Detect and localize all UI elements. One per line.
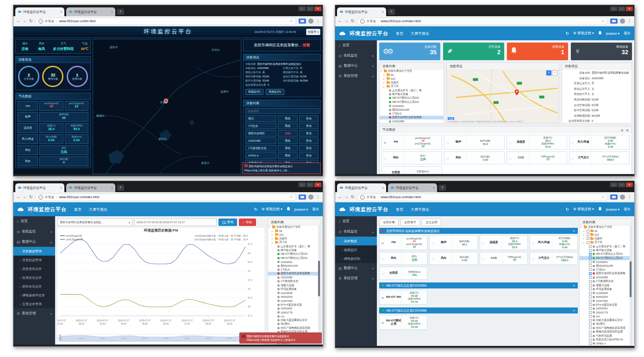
- tree-checkbox[interactable]: [589, 323, 592, 326]
- scrollbar[interactable]: [318, 225, 320, 344]
- tree-item[interactable]: 10002388: [268, 276, 320, 279]
- nav-item-home[interactable]: 首页: [396, 207, 403, 212]
- tree-item[interactable]: ▸66: [268, 229, 320, 232]
- nav-item-home[interactable]: 首页: [74, 207, 81, 212]
- help-menu[interactable]: ⚙ 帮助文档 ▾: [262, 207, 282, 212]
- map-zoom-in-button[interactable]: +: [546, 70, 551, 75]
- tree-item[interactable]: 噪声扬尘设备: [268, 248, 320, 252]
- tree-checkbox[interactable]: [589, 315, 592, 318]
- tab-close-icon[interactable]: ×: [382, 186, 384, 189]
- device-query-button[interactable]: 查询: [299, 115, 319, 122]
- tree-item[interactable]: 40002204: [268, 295, 320, 299]
- tree-item[interactable]: 噪声扬尘设备: [580, 248, 631, 252]
- card-checkbox-icon[interactable]: ▢: [444, 135, 450, 149]
- nav-item-bigscreen[interactable]: 大屏可视化: [89, 207, 107, 212]
- menu-dots-icon[interactable]: ⋮: [316, 195, 320, 199]
- reload-icon[interactable]: ↻: [351, 195, 355, 199]
- bookmark-star-icon[interactable]: ☆: [290, 19, 293, 23]
- new-tab-button[interactable]: +: [117, 185, 124, 191]
- minimize-button[interactable]: –: [610, 182, 617, 187]
- tree-item[interactable]: 1号楼消防水池: [580, 279, 631, 283]
- tree-item[interactable]: 地1测点: [580, 322, 631, 326]
- browser-tab-2[interactable]: 环境监控云平台×: [66, 7, 115, 16]
- help-menu[interactable]: ⚙ 帮助文档 ▾: [573, 207, 594, 212]
- submenu-item[interactable]: ›继电器控制: [335, 254, 377, 263]
- tree-expand-icon[interactable]: ▸: [272, 233, 274, 236]
- alarm-toast[interactable]: 贵阳市南明区花果园某餐饮油烟监测点PMpm10值上限告警,当前值46.0,上限.…: [242, 163, 321, 174]
- forward-icon[interactable]: →: [23, 195, 27, 199]
- tree-item[interactable]: NB-IOT测试点占用210: [580, 252, 631, 256]
- tree-item[interactable]: ▸222: [380, 77, 444, 81]
- forward-icon[interactable]: →: [344, 195, 349, 199]
- tree-item[interactable]: 贵阳市南明区花果园某餐: [580, 272, 631, 276]
- tree-expand-icon[interactable]: ▸: [583, 233, 586, 236]
- close-button[interactable]: ×: [314, 6, 321, 11]
- sidebar-item[interactable]: ◎在线监控▾: [335, 50, 377, 61]
- export-button[interactable]: ↑导出: [239, 219, 256, 226]
- tree-checkbox[interactable]: [589, 307, 592, 310]
- submenu-item[interactable]: ›继电器操作记录: [13, 291, 55, 300]
- close-button[interactable]: ×: [626, 182, 633, 187]
- card-checkbox-icon[interactable]: ▢: [430, 252, 436, 264]
- tree-expand-icon[interactable]: ▸: [272, 237, 274, 240]
- tree-item[interactable]: ▸66: [380, 73, 444, 76]
- sidebar-item[interactable]: ◎在线监控▴: [335, 226, 377, 237]
- tree-expand-icon[interactable]: ▸: [583, 230, 586, 232]
- tree-expand-icon[interactable]: ▸: [583, 237, 586, 240]
- maximize-button[interactable]: ▫: [306, 182, 313, 187]
- card-checkbox-icon[interactable]: ▢: [507, 152, 513, 164]
- reload-icon[interactable]: ↻: [29, 19, 33, 23]
- profile-avatar[interactable]: [308, 19, 313, 24]
- tree-item[interactable]: 气象环境监测: [580, 334, 631, 338]
- browser-tab-2[interactable]: 环境监控云平台×: [66, 183, 115, 192]
- card-checkbox-icon[interactable]: ▢: [380, 267, 386, 279]
- tree-item[interactable]: 10002388: [580, 276, 631, 279]
- submenu-item[interactable]: ›邮件发送记录: [13, 282, 55, 291]
- extension-badge[interactable]: [610, 194, 618, 200]
- tree-item[interactable]: 10002388: [380, 119, 444, 123]
- tree-item[interactable]: ▸高新区: [580, 237, 631, 240]
- tree-item[interactable]: NB-IOT测试点占用210: [580, 256, 631, 260]
- device-select[interactable]: 贵阳市南明区花果园某餐饮油烟监...▾: [57, 219, 132, 226]
- card-checkbox-icon[interactable]: ▢: [444, 152, 450, 164]
- device-search-input[interactable]: [245, 108, 319, 114]
- tree-item[interactable]: 山东黄金矿业（嘉汇）有: [268, 244, 320, 248]
- legend-item[interactable]: pm2.5(ug/m3): [60, 238, 83, 241]
- extension-badge[interactable]: [610, 19, 618, 24]
- refresh-icon[interactable]: ↻: [254, 207, 258, 212]
- tree-item[interactable]: 10001779: [268, 311, 320, 314]
- menu-dots-icon[interactable]: ⋮: [627, 195, 631, 199]
- logout-button[interactable]: 退出: [312, 207, 319, 212]
- tree-checkbox[interactable]: [587, 230, 589, 232]
- url-box[interactable]: i不安全|www.0531yun.cn/index.html☆: [357, 194, 608, 201]
- reload-icon[interactable]: ↻: [351, 19, 355, 23]
- user-menu[interactable]: jinstest ▾: [294, 207, 308, 212]
- extension-badge[interactable]: [299, 194, 306, 200]
- submenu-item[interactable]: ›历史数据查询: [13, 247, 55, 256]
- tree-checkbox[interactable]: [589, 331, 592, 333]
- close-button[interactable]: ×: [626, 6, 633, 11]
- stat-card-2[interactable]: 报警设备1: [507, 43, 568, 60]
- tree-item[interactable]: 10001779: [580, 311, 631, 314]
- user-menu[interactable]: jinstest ▾: [606, 31, 619, 36]
- browser-tab-1[interactable]: 环境监控云平台×: [15, 183, 64, 192]
- baidu-map[interactable]: 百度 © 2019 Baidu - GS(2019)3206号 - 甲测资字11…: [447, 69, 559, 123]
- maximize-button[interactable]: ▫: [618, 182, 625, 187]
- new-tab-button[interactable]: +: [439, 185, 446, 191]
- card-checkbox-icon[interactable]: ▢: [569, 135, 575, 149]
- sidebar-item[interactable]: ⚙系统管理▾: [335, 71, 377, 81]
- info-icon[interactable]: i: [360, 19, 365, 24]
- tree-checkbox[interactable]: [587, 233, 589, 236]
- tree-item[interactable]: 便携式油烟: [580, 283, 631, 287]
- tree-checkbox[interactable]: [589, 245, 592, 248]
- tree-checkbox[interactable]: [587, 241, 589, 244]
- back-icon[interactable]: ←: [338, 19, 342, 23]
- url-box[interactable]: i不安全|www.0531yun.cn/lsh.html☆: [35, 18, 296, 25]
- device-query-button[interactable]: 查询: [299, 138, 319, 144]
- toolbar-button-0[interactable]: 全部折叠: [379, 219, 399, 226]
- device-name-cell[interactable]: 1号楼消防水池: [245, 145, 276, 151]
- device-query-button[interactable]: 查询: [299, 123, 319, 129]
- group-close-icon[interactable]: ×: [573, 229, 575, 233]
- tree-expand-icon[interactable]: ▾: [381, 69, 383, 72]
- minimize-button[interactable]: –: [610, 6, 617, 11]
